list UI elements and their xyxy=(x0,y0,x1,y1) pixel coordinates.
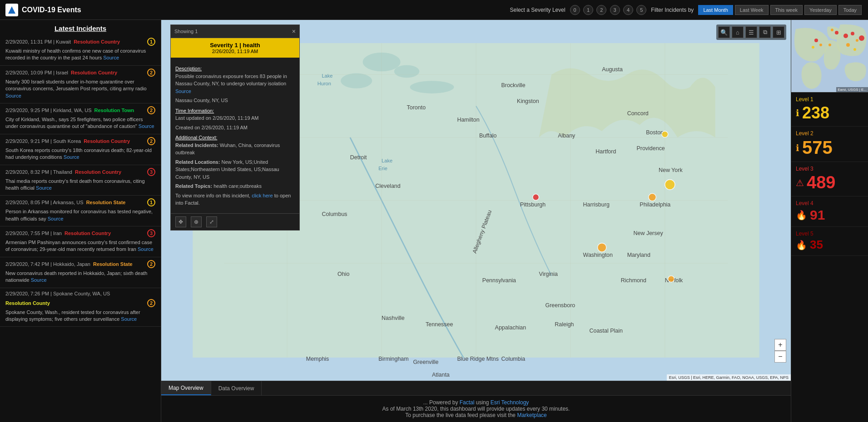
popup-description-label: Description: xyxy=(175,65,295,73)
incident-source-link[interactable]: Source xyxy=(138,246,154,252)
list-item[interactable]: 2/29/2020, 7:26 PM | Spokane County, WA,… xyxy=(0,288,161,327)
list-item[interactable]: 2/29/2020, 8:32 PM | Thailand Resolution… xyxy=(0,165,161,196)
list-item[interactable]: 2/29/2020, 8:05 PM | Arkansas, US Resolu… xyxy=(0,196,161,226)
incident-resolution: Resolution State xyxy=(86,200,126,205)
severity-btn-3[interactable]: 3 xyxy=(610,5,620,15)
tab-map-overview[interactable]: Map Overview xyxy=(161,381,211,395)
svg-text:Richmond: Richmond xyxy=(621,277,646,284)
level-label: Level 3 xyxy=(796,166,863,172)
incident-text: Armenian PM Pashinyan announces country'… xyxy=(5,239,155,253)
incident-resolution: Resolution Country xyxy=(84,138,130,144)
mini-map-attribution: Earsi, USGS | E... xyxy=(836,87,868,92)
svg-text:New Jersey: New Jersey xyxy=(634,230,664,236)
incident-source-link[interactable]: Source xyxy=(31,277,47,283)
popup-click-here-link[interactable]: click here xyxy=(252,193,273,198)
popup-source-link[interactable]: Source xyxy=(175,88,191,94)
incident-popup: Showing 1 × Severity 1 | health 2/26/202… xyxy=(170,25,300,231)
list-item[interactable]: 2/29/2020, 10:09 PM | Israel Resolution … xyxy=(0,66,161,103)
map-search-btn[interactable]: 🔍 xyxy=(718,26,730,38)
map-home-btn[interactable]: ⌂ xyxy=(732,26,744,38)
svg-point-64 xyxy=(835,31,838,34)
app-title: COVID-19 Events xyxy=(22,6,81,14)
level-stats: Level 1 ℹ 238 Level 2 ℹ 575 Level 3 ⚠ 48… xyxy=(791,93,868,256)
incident-source-link[interactable]: Source xyxy=(48,216,64,221)
map-container[interactable]: Toronto Brockville Augusta Kingston Hami… xyxy=(161,20,791,381)
filter-btn-last-month[interactable]: Last Month xyxy=(698,5,733,15)
popup-expand-btn[interactable]: ⤢ xyxy=(206,216,217,227)
incident-text: New coronavirus death reported in Hokkai… xyxy=(5,270,155,284)
severity-btn-1[interactable]: 1 xyxy=(583,5,593,15)
svg-text:Virginia: Virginia xyxy=(539,271,558,277)
svg-point-49 xyxy=(665,180,675,190)
incident-resolution: Resolution Country xyxy=(74,39,120,44)
severity-btn-0[interactable]: 0 xyxy=(570,5,580,15)
level-count: ⚠ 489 xyxy=(796,173,863,192)
incident-source-link[interactable]: Source xyxy=(64,154,79,160)
svg-point-66 xyxy=(853,48,856,51)
factal-link[interactable]: Factal xyxy=(460,399,475,406)
map-grid-btn[interactable]: ⊞ xyxy=(773,26,784,38)
severity-btn-5[interactable]: 5 xyxy=(636,5,646,15)
level-5-section: Level 5 🔥 35 xyxy=(791,227,868,256)
list-item[interactable]: 2/29/2020, 7:42 PM | Hokkaido, Japan Res… xyxy=(0,257,161,288)
level-label: Level 2 xyxy=(796,130,863,137)
app-logo-icon xyxy=(5,4,18,16)
popup-context-label: Additional Context: xyxy=(175,134,295,142)
zoom-in-btn[interactable]: + xyxy=(774,339,786,351)
svg-point-52 xyxy=(533,194,539,201)
map-list-btn[interactable]: ☰ xyxy=(745,26,757,38)
list-item[interactable]: 2/29/2020, 9:25 PM | Kirkland, WA, US Re… xyxy=(0,103,161,134)
tab-data-overview[interactable]: Data Overview xyxy=(211,381,262,395)
popup-header: Showing 1 × xyxy=(171,25,299,38)
level-count: 🔥 35 xyxy=(796,238,863,252)
svg-text:Coastal Plain: Coastal Plain xyxy=(589,328,623,334)
incident-text: South Korea reports country's 18th coron… xyxy=(5,147,155,161)
incident-source-link[interactable]: Source xyxy=(36,185,52,191)
bottom-banner: ... Powered by Factal using Esri Technol… xyxy=(161,395,791,422)
svg-point-59 xyxy=(843,34,848,38)
incident-source-link[interactable]: Source xyxy=(103,55,119,60)
popup-time-label: Time Information: xyxy=(175,107,295,115)
severity-btn-2[interactable]: 2 xyxy=(596,5,606,15)
popup-showing-label: Showing 1 xyxy=(174,29,198,34)
map-tabs: Map Overview Data Overview xyxy=(161,381,791,395)
popup-close-btn[interactable]: × xyxy=(292,28,296,35)
marketplace-link[interactable]: Marketplace xyxy=(517,412,546,418)
svg-text:Atlanta: Atlanta xyxy=(432,372,450,378)
filter-btn-today[interactable]: Today xyxy=(838,5,862,15)
popup-zoom-btn[interactable]: ⊕ xyxy=(191,216,202,227)
popup-severity-text: Severity 1 | health xyxy=(174,42,296,49)
svg-text:Concord: Concord xyxy=(627,110,649,117)
incident-date: 2/29/2020, 7:26 PM | Spokane County, WA,… xyxy=(5,291,110,296)
list-item[interactable]: 2/29/2020, 7:55 PM | Iran Resolution Cou… xyxy=(0,226,161,257)
svg-point-58 xyxy=(812,46,814,49)
svg-point-62 xyxy=(859,35,864,41)
esri-link[interactable]: Esri Technology xyxy=(491,399,529,406)
list-item[interactable]: 2/29/2020, 11:31 PM | Kuwait Resolution … xyxy=(0,35,161,66)
level-label: Level 4 xyxy=(796,200,863,206)
popup-created: Created on 2/26/2020, 11:19 AM xyxy=(175,124,295,132)
svg-text:Brockville: Brockville xyxy=(501,82,525,88)
incident-source-link[interactable]: Source xyxy=(121,316,137,322)
popup-move-btn[interactable]: ✥ xyxy=(175,216,186,227)
svg-point-50 xyxy=(649,193,656,201)
logo: COVID-19 Events xyxy=(5,4,81,16)
level-number: 575 xyxy=(802,137,833,158)
incident-resolution: Resolution Country xyxy=(71,70,117,75)
incident-source-link[interactable]: Source xyxy=(139,123,154,129)
banner-line3: To purchase the live data feed please vi… xyxy=(165,412,787,418)
map-layers-btn[interactable]: ⧉ xyxy=(759,26,771,38)
severity-btn-4[interactable]: 4 xyxy=(623,5,633,15)
filter-btn-last-week[interactable]: Last Week xyxy=(735,5,769,15)
filter-btn-yesterday[interactable]: Yesterday xyxy=(804,5,837,15)
incident-date: 2/29/2020, 10:09 PM | Israel xyxy=(5,70,68,75)
incident-text: Nearly 300 Israeli students under in-hom… xyxy=(5,79,155,99)
mini-map-image: Earsi, USGS | E... xyxy=(791,20,868,92)
filter-btn-this-week[interactable]: This week xyxy=(770,5,803,15)
map-toolbar: 🔍 ⌂ ☰ ⧉ ⊞ xyxy=(716,25,786,40)
zoom-out-btn[interactable]: − xyxy=(774,351,786,363)
incident-resolution: Resolution State xyxy=(93,261,133,267)
list-item[interactable]: 2/29/2020, 9:21 PM | South Korea Resolut… xyxy=(0,134,161,165)
incident-source-link[interactable]: Source xyxy=(5,93,21,98)
svg-text:Providence: Providence xyxy=(636,145,665,152)
